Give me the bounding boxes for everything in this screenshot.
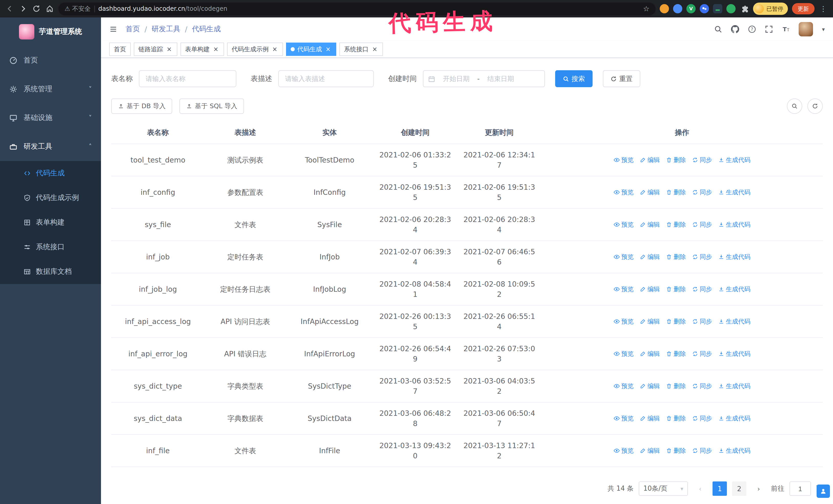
sync-link[interactable]: 同步 xyxy=(692,155,712,164)
extension-icon[interactable] xyxy=(673,4,682,13)
close-icon[interactable]: × xyxy=(166,46,173,53)
table-name-input[interactable] xyxy=(139,70,236,87)
generate-code-link[interactable]: 生成代码 xyxy=(718,414,751,423)
generate-code-link[interactable]: 生成代码 xyxy=(718,382,751,390)
back-icon[interactable] xyxy=(5,4,14,13)
delete-link[interactable]: 删除 xyxy=(666,188,686,197)
generate-code-link[interactable]: 生成代码 xyxy=(718,317,751,326)
date-start-input[interactable] xyxy=(437,75,475,82)
sidebar-item-codegen[interactable]: 代码生成 xyxy=(0,161,101,186)
prev-page-button[interactable]: ‹ xyxy=(693,481,708,496)
browser-update-button[interactable]: 更新 xyxy=(792,3,814,14)
sidebar-logo[interactable]: 芋道管理系统 xyxy=(0,18,101,46)
close-icon[interactable]: × xyxy=(271,46,278,53)
extension-icon[interactable]: V xyxy=(686,4,696,13)
preview-link[interactable]: 预览 xyxy=(614,350,634,358)
generate-code-link[interactable]: 生成代码 xyxy=(718,188,751,197)
edit-link[interactable]: 编辑 xyxy=(640,188,660,197)
edit-link[interactable]: 编辑 xyxy=(640,155,660,164)
extension-icon[interactable] xyxy=(727,4,736,13)
delete-link[interactable]: 删除 xyxy=(666,285,686,293)
delete-link[interactable]: 删除 xyxy=(666,350,686,358)
preview-link[interactable]: 预览 xyxy=(614,285,634,293)
breadcrumb-devtools[interactable]: 研发工具 xyxy=(151,25,180,34)
preview-link[interactable]: 预览 xyxy=(614,414,634,423)
close-icon[interactable]: × xyxy=(212,46,219,53)
search-button[interactable]: 搜索 xyxy=(555,70,593,87)
close-icon[interactable]: × xyxy=(371,46,378,53)
extension-icon[interactable] xyxy=(700,4,709,13)
delete-link[interactable]: 删除 xyxy=(666,253,686,261)
refresh-table-button[interactable] xyxy=(807,98,823,114)
edit-link[interactable]: 编辑 xyxy=(640,446,660,455)
bookmark-star-icon[interactable]: ☆ xyxy=(643,5,649,13)
toggle-search-button[interactable] xyxy=(787,98,802,114)
caret-down-icon[interactable]: ▾ xyxy=(822,26,825,32)
next-page-button[interactable]: › xyxy=(752,481,766,496)
url-bar[interactable]: ⚠ 不安全 dashboard.yudao.iocoder.cn/tool/co… xyxy=(58,2,656,15)
close-icon[interactable]: × xyxy=(325,46,332,53)
breadcrumb-home[interactable]: 首页 xyxy=(125,25,140,34)
sidebar-item-api[interactable]: 系统接口 xyxy=(0,235,101,259)
extension-icon[interactable] xyxy=(713,4,722,13)
page-size-select[interactable]: 10条/页 ▾ xyxy=(639,481,688,496)
tab-form-builder[interactable]: 表单构建× xyxy=(181,43,224,56)
search-icon[interactable] xyxy=(714,25,722,33)
hamburger-icon[interactable] xyxy=(109,25,117,33)
github-icon[interactable] xyxy=(731,25,739,33)
edit-link[interactable]: 编辑 xyxy=(640,253,660,261)
sidebar-item-infra[interactable]: 基础设施 ˅ xyxy=(0,103,101,132)
extension-icon[interactable] xyxy=(660,4,669,13)
table-desc-input[interactable] xyxy=(278,70,374,87)
font-size-icon[interactable]: TT xyxy=(782,25,790,33)
extensions-puzzle-icon[interactable] xyxy=(740,4,749,13)
preview-link[interactable]: 预览 xyxy=(614,155,634,164)
delete-link[interactable]: 删除 xyxy=(666,155,686,164)
sync-link[interactable]: 同步 xyxy=(692,350,712,358)
edit-link[interactable]: 编辑 xyxy=(640,220,660,229)
generate-code-link[interactable]: 生成代码 xyxy=(718,155,751,164)
reset-button[interactable]: 重置 xyxy=(603,70,640,87)
delete-link[interactable]: 删除 xyxy=(666,317,686,326)
preview-link[interactable]: 预览 xyxy=(614,446,634,455)
sync-link[interactable]: 同步 xyxy=(692,317,712,326)
home-icon[interactable] xyxy=(45,4,54,13)
tab-trace[interactable]: 链路追踪× xyxy=(134,43,177,56)
date-range-picker[interactable]: - xyxy=(423,70,545,87)
edit-link[interactable]: 编辑 xyxy=(640,350,660,358)
preview-link[interactable]: 预览 xyxy=(614,382,634,390)
sync-link[interactable]: 同步 xyxy=(692,285,712,293)
forward-icon[interactable] xyxy=(19,4,28,13)
fullscreen-icon[interactable] xyxy=(765,25,773,33)
preview-link[interactable]: 预览 xyxy=(614,317,634,326)
tab-codegen[interactable]: 代码生成× xyxy=(286,43,336,56)
page-button-1[interactable]: 1 xyxy=(713,481,727,496)
preview-link[interactable]: 预览 xyxy=(614,220,634,229)
generate-code-link[interactable]: 生成代码 xyxy=(718,220,751,229)
delete-link[interactable]: 删除 xyxy=(666,382,686,390)
sync-link[interactable]: 同步 xyxy=(692,253,712,261)
user-avatar[interactable] xyxy=(799,22,813,37)
generate-code-link[interactable]: 生成代码 xyxy=(718,253,751,261)
edit-link[interactable]: 编辑 xyxy=(640,382,660,390)
import-sql-button[interactable]: 基于 SQL 导入 xyxy=(180,98,244,114)
import-db-button[interactable]: 基于 DB 导入 xyxy=(111,98,172,114)
generate-code-link[interactable]: 生成代码 xyxy=(718,350,751,358)
generate-code-link[interactable]: 生成代码 xyxy=(718,285,751,293)
browser-menu-icon[interactable]: ⋮ xyxy=(819,5,828,13)
help-icon[interactable]: ? xyxy=(748,25,756,33)
page-button-2[interactable]: 2 xyxy=(732,481,746,496)
sidebar-item-codegen-example[interactable]: 代码生成示例 xyxy=(0,186,101,210)
date-end-input[interactable] xyxy=(482,75,520,82)
preview-link[interactable]: 预览 xyxy=(614,188,634,197)
tab-api[interactable]: 系统接口× xyxy=(339,43,383,56)
sidebar-item-home[interactable]: 首页 xyxy=(0,46,101,75)
edit-link[interactable]: 编辑 xyxy=(640,317,660,326)
sidebar-item-system[interactable]: 系统管理 ˅ xyxy=(0,75,101,103)
sidebar-item-devtools[interactable]: 研发工具 ˄ xyxy=(0,132,101,161)
tab-codegen-example[interactable]: 代码生成示例× xyxy=(227,43,283,56)
browser-profile-chip[interactable]: 已暂停 xyxy=(753,3,788,15)
sidebar-item-form-builder[interactable]: 表单构建 xyxy=(0,210,101,235)
delete-link[interactable]: 删除 xyxy=(666,446,686,455)
generate-code-link[interactable]: 生成代码 xyxy=(718,446,751,455)
